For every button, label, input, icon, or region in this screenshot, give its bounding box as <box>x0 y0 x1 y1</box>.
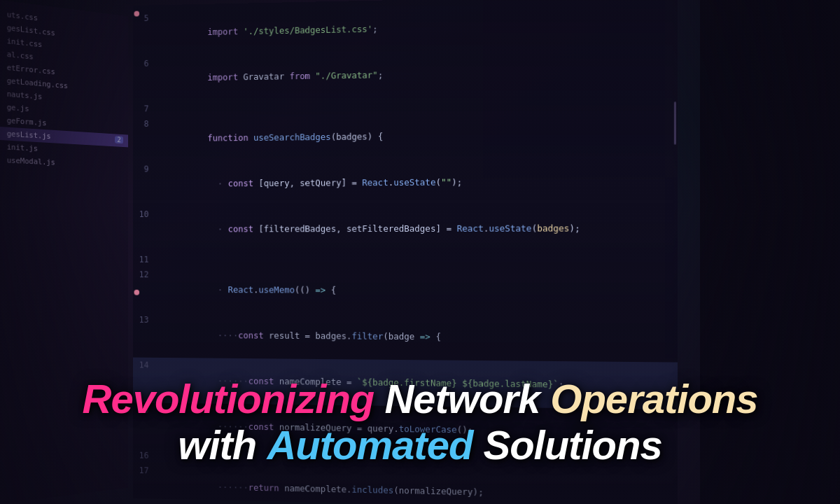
code-line-10: 10 · const [filteredBadges, setFilteredB… <box>133 204 678 252</box>
code-line-5: 5 import './styles/BadgesList.css'; <box>133 0 678 56</box>
scrollbar[interactable] <box>674 102 676 144</box>
code-line-13: 13 ····const result = badges.filter(badg… <box>133 312 678 363</box>
headline-line-2: with Automated Solutions <box>28 422 812 469</box>
code-line-8: 8 function useSearchBadges(badges) { <box>133 110 678 162</box>
gutter-dot-2 <box>134 290 139 295</box>
word-network: Network <box>384 376 540 421</box>
code-line-12: 12 · React.useMemo(() => { <box>133 267 678 316</box>
headline-line-1: Revolutionizing Network Operations <box>28 376 812 423</box>
word-revolutionizing: Revolutionizing <box>83 376 374 421</box>
headline-overlay: Revolutionizing Network Operations with … <box>0 376 840 469</box>
change-badge: 2 <box>115 136 123 144</box>
main-container: uts.css gesList.css init.css al.css etEr… <box>0 0 840 504</box>
code-line-9: 9 · const [query, setQuery] = React.useS… <box>133 158 678 207</box>
code-line-11: 11 <box>133 252 678 268</box>
code-line-6: 6 import Gravatar from "./Gravatar"; <box>133 47 678 102</box>
word-with: with <box>178 422 256 468</box>
word-operations: Operations <box>550 376 757 421</box>
word-automated: Automated <box>267 422 472 468</box>
word-solutions: Solutions <box>483 422 662 468</box>
